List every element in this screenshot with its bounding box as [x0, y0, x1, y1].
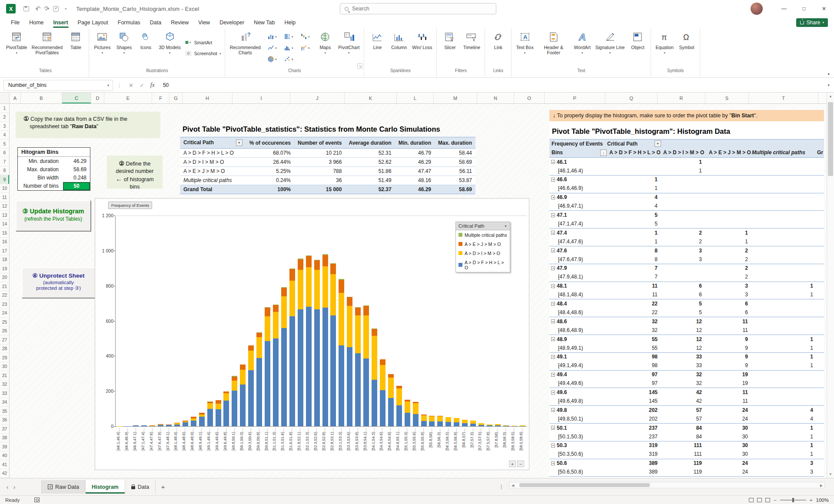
collapse-icon[interactable]: [551, 426, 555, 430]
column-headers[interactable]: ABCDEFGHIJKLMNOPQRST: [0, 93, 827, 104]
row-header-15[interactable]: 15: [0, 229, 9, 238]
page-layout-view-icon[interactable]: [757, 498, 762, 502]
sheet-canvas[interactable]: ① Copy the raw data from a CSV file in t…: [10, 104, 827, 478]
sheet-tab-data[interactable]: Data: [125, 480, 156, 494]
row-header-23[interactable]: 23: [0, 300, 9, 309]
row-header-2[interactable]: 2: [0, 113, 9, 122]
recommended-charts-button[interactable]: ?Recommended Charts: [227, 29, 263, 55]
avatar[interactable]: [751, 3, 763, 15]
formula-input[interactable]: 50: [158, 82, 828, 88]
row-header-4[interactable]: 4: [0, 131, 9, 140]
collapse-icon[interactable]: [551, 213, 555, 217]
menu-tab-data[interactable]: Data: [145, 18, 166, 27]
bins-row-number-of-bins[interactable]: Number of bins50: [18, 182, 90, 190]
collapse-icon[interactable]: [551, 391, 555, 395]
row-header-11[interactable]: 11: [0, 193, 9, 202]
recommended-pivottables-button[interactable]: ?Recommended PivotTables: [29, 29, 65, 55]
column-header-S[interactable]: S: [705, 93, 749, 103]
menu-tab-developer[interactable]: Developer: [215, 18, 249, 27]
insert-combo-chart-button[interactable]: ▾: [297, 42, 313, 53]
column-header-N[interactable]: N: [477, 93, 514, 103]
line-button[interactable]: Line: [366, 29, 388, 50]
column-button[interactable]: Column: [388, 29, 410, 50]
row-header-16[interactable]: 16: [0, 238, 9, 247]
column-header-T[interactable]: T: [749, 93, 818, 103]
menu-tab-page-layout[interactable]: Page Layout: [73, 18, 113, 27]
column-header-M[interactable]: M: [434, 93, 477, 103]
row-header-12[interactable]: 12: [0, 202, 9, 211]
collapse-icon[interactable]: [551, 196, 555, 199]
zoom-out-icon[interactable]: −: [774, 497, 777, 503]
row-header-34[interactable]: 34: [0, 398, 9, 407]
menu-tab-home[interactable]: Home: [24, 18, 48, 27]
win-loss-button[interactable]: Win/ Loss: [410, 29, 434, 50]
collapse-icon[interactable]: [551, 337, 555, 341]
row-header-39[interactable]: 39: [0, 442, 9, 451]
collapse-icon[interactable]: [551, 461, 555, 465]
column-header-L[interactable]: L: [397, 93, 434, 103]
undo-icon[interactable]: ↶▾: [35, 5, 38, 13]
sheet-tab-histogram[interactable]: Histogram: [86, 480, 125, 494]
row-header-33[interactable]: 33: [0, 389, 9, 398]
row-header-8[interactable]: 8: [0, 166, 9, 176]
insert-function-icon[interactable]: fx: [150, 82, 155, 89]
pivottable-button[interactable]: PivotTable▾: [4, 29, 29, 55]
insert-line-chart-button[interactable]: ▾: [264, 42, 280, 53]
name-box-dropdown-icon[interactable]: ▾: [107, 83, 109, 87]
critical-path-dropdown-icon[interactable]: ▼: [236, 139, 243, 146]
dialog-launcher-icon[interactable]: ↘: [357, 63, 362, 69]
insert-waterfall-chart-button[interactable]: ▾: [297, 31, 313, 42]
collapse-icon[interactable]: [551, 302, 555, 306]
chart-zoom-out-button[interactable]: −: [517, 461, 524, 467]
confirm-formula-icon[interactable]: ✓: [140, 82, 144, 89]
symbol-button[interactable]: ΩSymbol: [676, 29, 698, 50]
row-header-35[interactable]: 35: [0, 407, 9, 416]
histogram-chart[interactable]: Frequency of Events 02004006008001 0001 …: [95, 198, 529, 470]
column-header-K[interactable]: K: [345, 93, 397, 103]
pictures-button[interactable]: Pictures▾: [91, 29, 113, 55]
row-header-41[interactable]: 41: [0, 460, 9, 469]
collapse-icon[interactable]: [551, 231, 555, 235]
row-header-14[interactable]: 14: [0, 220, 9, 229]
bins-sort-icon[interactable]: ↓: [600, 149, 607, 156]
minimize-button[interactable]: —: [774, 0, 794, 17]
column-header-B[interactable]: B: [21, 93, 62, 103]
screenshot-button[interactable]: Screenshot▾: [185, 50, 221, 57]
unprotect-sheet-button[interactable]: ④ Unprotect Sheet (automatically protect…: [22, 267, 95, 298]
number-of-bins-cell[interactable]: 50: [63, 182, 90, 190]
horizontal-scrollbar[interactable]: ◀ ▶: [509, 482, 825, 488]
row-header-42[interactable]: 42: [0, 469, 9, 478]
menu-tab-new-tab[interactable]: New Tab: [249, 18, 279, 27]
collapse-icon[interactable]: [551, 160, 555, 164]
zoom-in-icon[interactable]: +: [810, 497, 813, 503]
header-footer-button[interactable]: Header & Footer: [536, 29, 572, 55]
normal-view-icon[interactable]: [749, 498, 754, 502]
update-histogram-button[interactable]: ③ Update Histogram (refresh the Pivot Ta…: [16, 200, 91, 231]
collapse-ribbon-icon[interactable]: ▴: [827, 71, 830, 76]
close-button[interactable]: ✕: [814, 0, 834, 17]
row-header-22[interactable]: 22: [0, 291, 9, 300]
row-header-3[interactable]: 3: [0, 122, 9, 131]
draw-icon[interactable]: [53, 6, 59, 12]
zoom-level[interactable]: 100%: [816, 497, 829, 503]
row-header-6[interactable]: 6: [0, 149, 9, 158]
collapse-icon[interactable]: [551, 178, 555, 182]
row-header-25[interactable]: 25: [0, 318, 9, 327]
row-header-17[interactable]: 17: [0, 246, 9, 255]
collapse-icon[interactable]: [551, 408, 555, 412]
collapse-icon[interactable]: [551, 355, 555, 359]
menu-tab-insert[interactable]: Insert: [49, 18, 73, 27]
table-button[interactable]: Table: [65, 29, 86, 50]
slicer-button[interactable]: Slicer: [439, 29, 461, 50]
row-header-10[interactable]: 10: [0, 184, 9, 193]
column-header-Q[interactable]: Q: [605, 93, 658, 103]
row-header-27[interactable]: 27: [0, 335, 9, 345]
insert-pie-chart-button[interactable]: ▾: [264, 53, 280, 65]
collapse-icon[interactable]: [551, 373, 555, 377]
collapse-icon[interactable]: [551, 266, 555, 270]
row-header-1[interactable]: 1: [0, 104, 9, 113]
row-header-40[interactable]: 40: [0, 451, 9, 461]
column-header-E[interactable]: E: [104, 93, 152, 103]
share-button[interactable]: Share ▾: [796, 18, 828, 27]
row-header-29[interactable]: 29: [0, 353, 9, 362]
